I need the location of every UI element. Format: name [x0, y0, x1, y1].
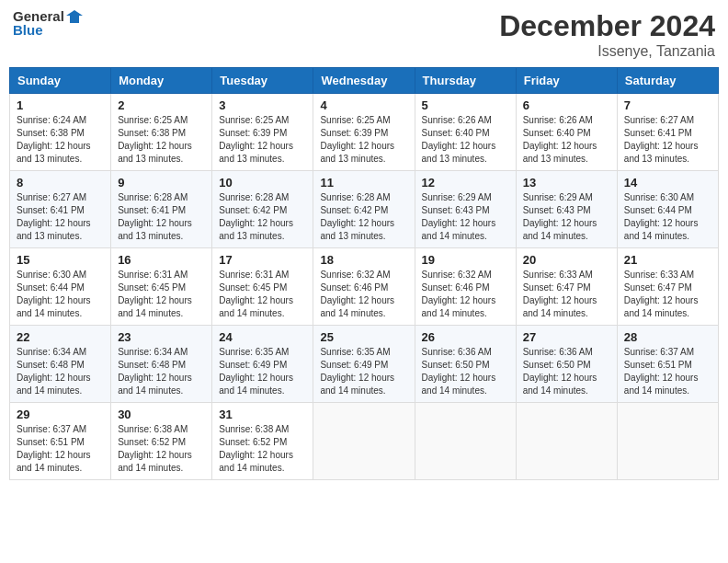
day-number: 28: [624, 330, 711, 344]
day-number: 27: [523, 330, 610, 344]
calendar-cell: 23 Sunrise: 6:34 AM Sunset: 6:48 PM Dayl…: [111, 326, 212, 403]
day-info: Sunrise: 6:25 AM Sunset: 6:38 PM Dayligh…: [118, 114, 205, 166]
day-number: 16: [118, 253, 205, 267]
day-info: Sunrise: 6:25 AM Sunset: 6:39 PM Dayligh…: [320, 114, 407, 166]
day-info: Sunrise: 6:34 AM Sunset: 6:48 PM Dayligh…: [118, 346, 205, 397]
day-number: 1: [17, 98, 104, 112]
day-info: Sunrise: 6:38 AM Sunset: 6:52 PM Dayligh…: [219, 423, 306, 475]
calendar-cell: 5 Sunrise: 6:26 AM Sunset: 6:40 PM Dayli…: [415, 94, 516, 171]
day-info: Sunrise: 6:25 AM Sunset: 6:39 PM Dayligh…: [219, 114, 306, 166]
calendar-cell: 27 Sunrise: 6:36 AM Sunset: 6:50 PM Dayl…: [516, 326, 617, 403]
day-number: 20: [523, 253, 610, 267]
calendar-cell: 7 Sunrise: 6:27 AM Sunset: 6:41 PM Dayli…: [617, 94, 718, 171]
day-info: Sunrise: 6:36 AM Sunset: 6:50 PM Dayligh…: [422, 346, 509, 397]
col-thursday: Thursday: [415, 68, 516, 94]
day-number: 23: [118, 330, 205, 344]
calendar-cell: 2 Sunrise: 6:25 AM Sunset: 6:38 PM Dayli…: [111, 94, 212, 171]
col-tuesday: Tuesday: [212, 68, 313, 94]
calendar-cell: 20 Sunrise: 6:33 AM Sunset: 6:47 PM Dayl…: [516, 248, 617, 326]
day-info: Sunrise: 6:28 AM Sunset: 6:42 PM Dayligh…: [219, 191, 306, 243]
day-info: Sunrise: 6:38 AM Sunset: 6:52 PM Dayligh…: [118, 423, 205, 475]
calendar-week-row: 8 Sunrise: 6:27 AM Sunset: 6:41 PM Dayli…: [10, 171, 719, 248]
calendar-week-row: 22 Sunrise: 6:34 AM Sunset: 6:48 PM Dayl…: [10, 326, 719, 403]
calendar-week-row: 15 Sunrise: 6:30 AM Sunset: 6:44 PM Dayl…: [10, 248, 719, 326]
day-number: 6: [523, 98, 610, 112]
day-info: Sunrise: 6:28 AM Sunset: 6:41 PM Dayligh…: [118, 191, 205, 243]
day-number: 5: [422, 98, 509, 112]
calendar-cell: 16 Sunrise: 6:31 AM Sunset: 6:45 PM Dayl…: [111, 248, 212, 326]
day-info: Sunrise: 6:29 AM Sunset: 6:43 PM Dayligh…: [523, 191, 610, 243]
calendar-cell: [415, 403, 516, 480]
calendar-cell: 31 Sunrise: 6:38 AM Sunset: 6:52 PM Dayl…: [212, 403, 313, 480]
calendar-cell: [617, 403, 718, 480]
col-wednesday: Wednesday: [313, 68, 415, 94]
day-info: Sunrise: 6:35 AM Sunset: 6:49 PM Dayligh…: [320, 346, 407, 397]
calendar-cell: 13 Sunrise: 6:29 AM Sunset: 6:43 PM Dayl…: [516, 171, 617, 248]
day-number: 22: [17, 330, 104, 344]
day-info: Sunrise: 6:37 AM Sunset: 6:51 PM Dayligh…: [624, 346, 711, 397]
col-friday: Friday: [516, 68, 617, 94]
logo-blue: Blue: [13, 23, 83, 39]
day-number: 26: [422, 330, 509, 344]
calendar-cell: 19 Sunrise: 6:32 AM Sunset: 6:46 PM Dayl…: [415, 248, 516, 326]
calendar-cell: 30 Sunrise: 6:38 AM Sunset: 6:52 PM Dayl…: [111, 403, 212, 480]
title-block: December 2024 Issenye, Tanzania: [499, 9, 715, 60]
col-saturday: Saturday: [617, 68, 718, 94]
day-info: Sunrise: 6:26 AM Sunset: 6:40 PM Dayligh…: [523, 114, 610, 166]
month-title: December 2024: [499, 9, 715, 43]
location-title: Issenye, Tanzania: [499, 43, 715, 60]
day-info: Sunrise: 6:26 AM Sunset: 6:40 PM Dayligh…: [422, 114, 509, 166]
day-info: Sunrise: 6:29 AM Sunset: 6:43 PM Dayligh…: [422, 191, 509, 243]
calendar-header-row: Sunday Monday Tuesday Wednesday Thursday…: [10, 68, 719, 94]
day-number: 19: [422, 253, 509, 267]
calendar-cell: 25 Sunrise: 6:35 AM Sunset: 6:49 PM Dayl…: [313, 326, 415, 403]
day-number: 8: [17, 176, 104, 190]
calendar-cell: 18 Sunrise: 6:32 AM Sunset: 6:46 PM Dayl…: [313, 248, 415, 326]
day-info: Sunrise: 6:24 AM Sunset: 6:38 PM Dayligh…: [17, 114, 104, 166]
calendar-cell: 17 Sunrise: 6:31 AM Sunset: 6:45 PM Dayl…: [212, 248, 313, 326]
calendar-cell: 26 Sunrise: 6:36 AM Sunset: 6:50 PM Dayl…: [415, 326, 516, 403]
day-number: 10: [219, 176, 306, 190]
page-container: General Blue December 2024 Issenye, Tanz…: [9, 9, 719, 480]
day-number: 31: [219, 408, 306, 421]
day-number: 14: [624, 176, 711, 190]
calendar-cell: 24 Sunrise: 6:35 AM Sunset: 6:49 PM Dayl…: [212, 326, 313, 403]
day-number: 17: [219, 253, 306, 267]
day-info: Sunrise: 6:37 AM Sunset: 6:51 PM Dayligh…: [17, 423, 104, 475]
logo-bird-icon: [66, 10, 83, 23]
day-info: Sunrise: 6:34 AM Sunset: 6:48 PM Dayligh…: [17, 346, 104, 397]
calendar-cell: 11 Sunrise: 6:28 AM Sunset: 6:42 PM Dayl…: [313, 171, 415, 248]
day-number: 11: [320, 176, 407, 190]
calendar-cell: 14 Sunrise: 6:30 AM Sunset: 6:44 PM Dayl…: [617, 171, 718, 248]
calendar-cell: 3 Sunrise: 6:25 AM Sunset: 6:39 PM Dayli…: [212, 94, 313, 171]
calendar-cell: 10 Sunrise: 6:28 AM Sunset: 6:42 PM Dayl…: [212, 171, 313, 248]
day-info: Sunrise: 6:31 AM Sunset: 6:45 PM Dayligh…: [118, 269, 205, 320]
calendar-cell: 21 Sunrise: 6:33 AM Sunset: 6:47 PM Dayl…: [617, 248, 718, 326]
day-number: 13: [523, 176, 610, 190]
calendar-cell: 12 Sunrise: 6:29 AM Sunset: 6:43 PM Dayl…: [415, 171, 516, 248]
calendar-cell: 1 Sunrise: 6:24 AM Sunset: 6:38 PM Dayli…: [10, 94, 111, 171]
day-info: Sunrise: 6:30 AM Sunset: 6:44 PM Dayligh…: [624, 191, 711, 243]
day-number: 12: [422, 176, 509, 190]
col-sunday: Sunday: [10, 68, 111, 94]
day-info: Sunrise: 6:28 AM Sunset: 6:42 PM Dayligh…: [320, 191, 407, 243]
day-number: 24: [219, 330, 306, 344]
day-info: Sunrise: 6:32 AM Sunset: 6:46 PM Dayligh…: [422, 269, 509, 320]
svg-marker-0: [66, 10, 83, 23]
calendar-cell: 28 Sunrise: 6:37 AM Sunset: 6:51 PM Dayl…: [617, 326, 718, 403]
day-info: Sunrise: 6:36 AM Sunset: 6:50 PM Dayligh…: [523, 346, 610, 397]
calendar-cell: 22 Sunrise: 6:34 AM Sunset: 6:48 PM Dayl…: [10, 326, 111, 403]
calendar-cell: 4 Sunrise: 6:25 AM Sunset: 6:39 PM Dayli…: [313, 94, 415, 171]
day-number: 30: [118, 408, 205, 421]
logo: General Blue: [13, 9, 83, 38]
day-info: Sunrise: 6:31 AM Sunset: 6:45 PM Dayligh…: [219, 269, 306, 320]
day-number: 4: [320, 98, 407, 112]
day-number: 18: [320, 253, 407, 267]
calendar-cell: 9 Sunrise: 6:28 AM Sunset: 6:41 PM Dayli…: [111, 171, 212, 248]
calendar-cell: [516, 403, 617, 480]
day-info: Sunrise: 6:35 AM Sunset: 6:49 PM Dayligh…: [219, 346, 306, 397]
calendar-cell: 8 Sunrise: 6:27 AM Sunset: 6:41 PM Dayli…: [10, 171, 111, 248]
calendar-cell: 6 Sunrise: 6:26 AM Sunset: 6:40 PM Dayli…: [516, 94, 617, 171]
calendar-week-row: 1 Sunrise: 6:24 AM Sunset: 6:38 PM Dayli…: [10, 94, 719, 171]
day-number: 2: [118, 98, 205, 112]
